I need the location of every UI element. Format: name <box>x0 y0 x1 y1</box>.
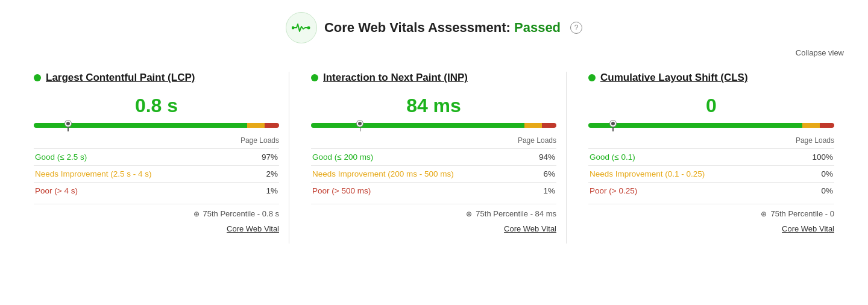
stats-table-cls: Good (≤ 0.1)100%Needs Improvement (0.1 -… <box>588 148 834 199</box>
vitals-icon <box>286 12 317 43</box>
row-label-cls-0: Good (≤ 0.1) <box>588 149 794 166</box>
pin-icon-lcp: ⊕ <box>193 210 200 218</box>
bar-orange-lcp <box>247 123 264 128</box>
row-value-cls-1: 0% <box>794 166 834 183</box>
row-label-lcp-1: Needs Improvement (2.5 s - 4 s) <box>34 166 246 183</box>
table-row: Needs Improvement (200 ms - 500 ms)6% <box>311 166 556 183</box>
table-row: Good (≤ 2.5 s)97% <box>34 149 279 166</box>
row-value-inp-1: 6% <box>528 166 556 183</box>
percentile-text-lcp: 75th Percentile - 0.8 s <box>203 209 279 218</box>
row-label-inp-1: Needs Improvement (200 ms - 500 ms) <box>311 166 528 183</box>
table-row: Poor (> 0.25)0% <box>588 183 834 200</box>
bar-red-inp <box>542 123 556 128</box>
row-value-inp-0: 94% <box>528 149 556 166</box>
percentile-row-lcp: ⊕75th Percentile - 0.8 s <box>34 204 279 218</box>
row-value-cls-0: 100% <box>794 149 834 166</box>
cwv-link-lcp[interactable]: Core Web Vital <box>227 224 279 233</box>
metric-value-cls: 0 <box>588 95 834 117</box>
row-label-cls-2: Poor (> 0.25) <box>588 183 794 200</box>
bar-wrapper-lcp <box>34 123 279 133</box>
status-dot-cls <box>588 74 596 81</box>
bar-pin-lcp <box>65 121 71 131</box>
page-loads-label-inp: Page Loads <box>311 136 556 145</box>
row-label-inp-0: Good (≤ 200 ms) <box>311 149 528 166</box>
bar-red-lcp <box>265 123 279 128</box>
row-label-lcp-0: Good (≤ 2.5 s) <box>34 149 246 166</box>
table-row: Poor (> 4 s)1% <box>34 183 279 200</box>
metric-title-inp[interactable]: Interaction to Next Paint (INP) <box>323 72 468 84</box>
collapse-row: Collapse view <box>24 48 844 57</box>
bar-green-cls <box>588 123 802 128</box>
metric-title-lcp[interactable]: Largest Contentful Paint (LCP) <box>46 72 195 84</box>
stats-table-lcp: Good (≤ 2.5 s)97%Needs Improvement (2.5 … <box>34 148 279 199</box>
metric-title-row-inp: Interaction to Next Paint (INP) <box>311 72 556 84</box>
status-dot-lcp <box>34 74 41 81</box>
cwv-link-row-lcp: Core Web Vital <box>34 223 279 234</box>
bar-container-cls <box>588 123 834 133</box>
row-value-lcp-1: 2% <box>246 166 279 183</box>
metric-value-lcp: 0.8 s <box>34 95 279 117</box>
metric-value-inp: 84 ms <box>311 95 556 117</box>
bar-wrapper-cls <box>588 123 834 133</box>
table-row: Good (≤ 200 ms)94% <box>311 149 556 166</box>
bar-container-inp <box>311 123 556 133</box>
table-row: Needs Improvement (2.5 s - 4 s)2% <box>34 166 279 183</box>
metric-title-row-lcp: Largest Contentful Paint (LCP) <box>34 72 279 84</box>
cwv-link-inp[interactable]: Core Web Vital <box>504 224 556 233</box>
cwv-link-row-cls: Core Web Vital <box>588 223 834 234</box>
page-loads-label-cls: Page Loads <box>588 136 834 145</box>
row-label-cls-1: Needs Improvement (0.1 - 0.25) <box>588 166 794 183</box>
page-title: Core Web Vitals Assessment: Passed <box>324 20 561 36</box>
metric-title-row-cls: Cumulative Layout Shift (CLS) <box>588 72 834 84</box>
bar-orange-cls <box>802 123 820 128</box>
bar-green-inp <box>311 123 524 128</box>
metrics-grid: Largest Contentful Paint (LCP)0.8 sPage … <box>24 72 844 244</box>
pin-icon-inp: ⊕ <box>466 210 472 218</box>
collapse-link[interactable]: Collapse view <box>796 48 844 57</box>
metric-panel-inp: Interaction to Next Paint (INP)84 msPage… <box>301 72 567 244</box>
percentile-text-cls: 75th Percentile - 0 <box>770 209 834 218</box>
metric-panel-cls: Cumulative Layout Shift (CLS)0Page Loads… <box>579 72 844 244</box>
status-dot-inp <box>311 74 318 81</box>
table-row: Needs Improvement (0.1 - 0.25)0% <box>588 166 834 183</box>
bar-orange-inp <box>524 123 541 128</box>
page-header: Core Web Vitals Assessment: Passed ? <box>24 12 844 43</box>
row-value-inp-2: 1% <box>528 183 556 200</box>
row-label-inp-2: Poor (> 500 ms) <box>311 183 528 200</box>
svg-point-0 <box>307 27 310 30</box>
percentile-row-inp: ⊕75th Percentile - 84 ms <box>311 204 556 218</box>
bar-track-cls <box>588 123 834 128</box>
page-loads-label-lcp: Page Loads <box>34 136 279 145</box>
cwv-link-cls[interactable]: Core Web Vital <box>782 224 834 233</box>
metric-title-cls[interactable]: Cumulative Layout Shift (CLS) <box>600 72 748 84</box>
bar-pin-inp <box>357 121 363 131</box>
stats-table-inp: Good (≤ 200 ms)94%Needs Improvement (200… <box>311 148 556 199</box>
table-row: Poor (> 500 ms)1% <box>311 183 556 200</box>
help-icon[interactable]: ? <box>570 22 582 34</box>
pin-icon-cls: ⊕ <box>761 210 767 218</box>
cwv-link-row-inp: Core Web Vital <box>311 223 556 234</box>
bar-wrapper-inp <box>311 123 556 133</box>
row-label-lcp-2: Poor (> 4 s) <box>34 183 246 200</box>
percentile-text-inp: 75th Percentile - 84 ms <box>476 209 556 218</box>
svg-point-1 <box>292 27 295 30</box>
row-value-lcp-2: 1% <box>246 183 279 200</box>
bar-pin-cls <box>610 121 616 131</box>
percentile-row-cls: ⊕75th Percentile - 0 <box>588 204 834 218</box>
bar-track-inp <box>311 123 556 128</box>
metric-panel-lcp: Largest Contentful Paint (LCP)0.8 sPage … <box>24 72 289 244</box>
bar-red-cls <box>820 123 834 128</box>
table-row: Good (≤ 0.1)100% <box>588 149 834 166</box>
row-value-cls-2: 0% <box>794 183 834 200</box>
bar-container-lcp <box>34 123 279 133</box>
row-value-lcp-0: 97% <box>246 149 279 166</box>
